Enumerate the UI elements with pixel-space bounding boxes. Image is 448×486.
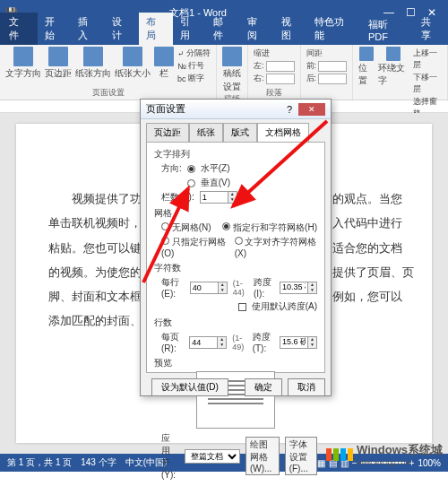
tab-view[interactable]: 视图 — [274, 13, 308, 45]
dlg-tab-margins[interactable]: 页边距 — [146, 123, 189, 142]
space-before-input[interactable] — [318, 61, 347, 72]
share-button[interactable]: 共享 — [414, 13, 448, 45]
wrap-button[interactable]: 环绕文字 — [378, 47, 409, 120]
columns-button[interactable]: 栏 — [154, 47, 174, 85]
draw-grid-button[interactable]: 绘图网格(W)... — [246, 437, 280, 475]
dlg-tab-paper[interactable]: 纸张 — [189, 123, 223, 142]
breaks-button[interactable]: ⤶分隔符 — [177, 48, 211, 59]
tab-foxitpdf[interactable]: 福昕PDF — [361, 15, 414, 45]
tab-review[interactable]: 审阅 — [240, 13, 274, 45]
radio-horizontal[interactable] — [187, 165, 195, 173]
windows-logo-icon — [326, 448, 353, 461]
apply-to-select[interactable]: 整篇文档 — [185, 449, 240, 464]
ok-button[interactable]: 确定 — [245, 378, 282, 396]
radio-char-line-grid[interactable] — [222, 222, 230, 230]
chars-per-line-stepper[interactable]: ▲▼ — [190, 282, 228, 294]
radio-no-grid[interactable] — [161, 222, 169, 230]
group-paper: 稿纸设置 稿纸 — [217, 45, 248, 100]
set-default-button[interactable]: 设为默认值(D) — [151, 378, 228, 396]
font-settings-button[interactable]: 字体设置(F)... — [285, 437, 317, 475]
hyphenation-button[interactable]: bc断字 — [177, 73, 211, 84]
dialog-close-icon[interactable]: ✕ — [298, 103, 325, 116]
tab-design[interactable]: 设计 — [105, 13, 139, 45]
tab-mailings[interactable]: 邮件 — [206, 13, 240, 45]
dlg-tab-layout[interactable]: 版式 — [223, 123, 257, 142]
group-spacing: 间距 前: 后: — [301, 45, 354, 100]
dialog-titlebar[interactable]: 页面设置 ? ✕ — [141, 100, 331, 119]
char-pitch-stepper[interactable]: ▲▼ — [280, 282, 317, 294]
line-numbers-button[interactable]: №行号 — [177, 60, 211, 72]
radio-line-grid[interactable] — [161, 237, 169, 245]
file-tab[interactable]: 文件 — [0, 13, 38, 45]
send-backward-button[interactable]: 下移一层 — [413, 72, 442, 95]
view-print-icon[interactable]: ▦ — [317, 458, 325, 468]
bring-forward-button[interactable]: 上移一层 — [413, 48, 442, 71]
dialog-tabs: 页边距 纸张 版式 文档网格 — [141, 119, 331, 142]
position-button[interactable]: 位置 — [358, 47, 375, 120]
orientation-button[interactable]: 纸张方向 — [75, 47, 111, 85]
cancel-button[interactable]: 取消 — [288, 378, 325, 396]
group-arrange: 位置 环绕文字 上移一层 下移一层 选择窗格 排列 — [353, 45, 448, 100]
radio-vertical[interactable] — [187, 179, 195, 187]
page-count[interactable]: 第 1 页，共 1 页 — [7, 456, 72, 469]
size-button[interactable]: 纸张大小 — [115, 47, 151, 85]
tab-insert[interactable]: 插入 — [71, 13, 105, 45]
body-text-right[interactable]: 的观点。当您 入代码中进行 适合您的文档 提供了页眉、页 例如，您可以 — [332, 187, 414, 425]
indent-left-input[interactable] — [266, 61, 295, 72]
body-text-left[interactable]: 视频提供了功 单击联机视频时， 粘贴。您也可以键 的视频。为使您的 脚、封面和文… — [48, 187, 142, 425]
margins-button[interactable]: 页边距 — [45, 47, 72, 85]
radio-align-grid[interactable] — [235, 237, 243, 245]
watermark: Windows系统城 www.wxclgg.com — [326, 442, 443, 466]
tab-references[interactable]: 引用 — [173, 13, 207, 45]
dialog-title: 页面设置 — [146, 102, 185, 116]
paper-button[interactable]: 稿纸设置 — [222, 47, 242, 93]
ribbon: 文字方向 页边距 纸张方向 纸张大小 栏 ⤶分隔符 №行号 bc断字 页面设置 … — [0, 45, 448, 100]
group-label-pagesetup: 页面设置 — [5, 87, 211, 100]
tab-layout[interactable]: 布局 — [139, 13, 173, 45]
dialog-help-icon[interactable]: ? — [280, 104, 298, 115]
columns-stepper[interactable]: ▲▼ — [200, 191, 237, 204]
ribbon-tabs: 文件 开始 插入 设计 布局 引用 邮件 审阅 视图 特色功能 福昕PDF 共享 — [0, 25, 448, 45]
line-pitch-stepper[interactable]: ▲▼ — [280, 336, 317, 349]
word-count[interactable]: 143 个字 — [81, 456, 116, 469]
use-default-pitch-checkbox[interactable] — [238, 303, 246, 311]
group-page-setup: 文字方向 页边距 纸张方向 纸张大小 栏 ⤶分隔符 №行号 bc断字 页面设置 — [0, 45, 217, 100]
space-after-input[interactable] — [318, 74, 347, 84]
dlg-tab-grid[interactable]: 文档网格 — [257, 123, 309, 142]
page-setup-dialog: 页面设置 ? ✕ 页边距 纸张 版式 文档网格 文字排列 方向: 水平(Z) 方… — [140, 99, 332, 396]
tab-home[interactable]: 开始 — [38, 13, 72, 45]
group-paragraph: 缩进 左: 右: 段落 — [248, 45, 301, 100]
lines-per-page-stepper[interactable]: ▲▼ — [189, 336, 227, 349]
text-direction-button[interactable]: 文字方向 — [5, 47, 41, 85]
indent-right-input[interactable] — [266, 74, 295, 84]
dialog-body: 文字排列 方向: 水平(Z) 方向: 垂直(V) 栏数(C): ▲▼ 网格 无网… — [146, 142, 325, 373]
tab-special[interactable]: 特色功能 — [307, 13, 360, 45]
